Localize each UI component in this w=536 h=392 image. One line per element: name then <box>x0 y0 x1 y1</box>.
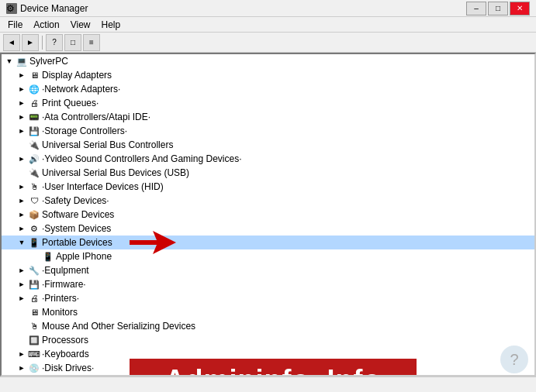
processors-label: Processors <box>42 335 88 346</box>
toolbar-help-button[interactable]: ? <box>46 34 63 51</box>
expand-keyboards[interactable]: ► <box>16 348 28 360</box>
expand-ata[interactable]: ► <box>16 111 28 123</box>
safety-label: ·Safety Devices· <box>42 195 109 206</box>
menu-action[interactable]: Action <box>29 19 64 31</box>
tree-item-hid[interactable]: ► 🖱 ·User Interface Devices (HID) <box>2 180 534 194</box>
firmware-icon: 💾 <box>28 279 40 290</box>
expand-processors[interactable] <box>16 334 28 346</box>
tree-item-display[interactable]: ► 🖥 Display Adapters <box>2 68 534 82</box>
tree-item-usb-devices[interactable]: 🔌 Universal Serial Bus Devices (USB) <box>2 166 534 180</box>
maximize-button[interactable]: □ <box>488 2 508 15</box>
title-bar: ⚙ Device Manager – □ ✕ <box>0 0 536 17</box>
main-content: ▼ 💻 SylverPC ► 🖥 Display Adapters ► 🌐 ·N… <box>0 53 536 377</box>
mouse-label: Mouse And Other Serializing Devices <box>42 321 195 332</box>
expand-print[interactable]: ► <box>16 97 28 109</box>
tree-item-ata[interactable]: ► 📟 ·Ata Controllers/Atapi IDE· <box>2 110 534 124</box>
usb-devices-icon: 🔌 <box>28 167 40 178</box>
display-label: Display Adapters <box>42 70 112 81</box>
tree-item-system[interactable]: ► ⚙ ·System Devices <box>2 222 534 236</box>
expand-root[interactable]: ▼ <box>3 55 16 67</box>
tree-item-sound[interactable]: ► 🔊 ·Yvideo Sound Controllers And Gaming… <box>2 152 534 166</box>
toolbar: ◄ ► ? □ ≡ <box>0 33 536 53</box>
tree-item-print[interactable]: ► 🖨 Print Queues· <box>2 96 534 110</box>
expand-storage[interactable]: ► <box>16 125 28 137</box>
tree-item-dvd[interactable]: ► 💿 ·UnitsDVD CD· <box>2 375 534 377</box>
expand-portable[interactable]: ▼ <box>16 236 28 249</box>
toolbar-back-button[interactable]: ◄ <box>3 34 20 51</box>
menu-view[interactable]: View <box>66 19 95 31</box>
expand-system[interactable]: ► <box>16 222 28 235</box>
system-icon: ⚙ <box>28 223 40 234</box>
close-button[interactable]: ✕ <box>510 2 530 15</box>
menu-file[interactable]: File <box>3 19 27 31</box>
keyboards-label: ·Keyboards <box>42 349 89 359</box>
portable-label: Portable Devices <box>42 237 112 248</box>
ata-icon: 📟 <box>28 112 40 122</box>
expand-monitors[interactable] <box>16 306 28 318</box>
expand-firmware[interactable]: ► <box>16 278 28 291</box>
window-title: Device Manager <box>20 3 88 14</box>
tree-item-printers[interactable]: ► 🖨 ·Printers· <box>2 291 534 305</box>
tree-item-portable[interactable]: ▼ 📱 Portable Devices <box>2 236 534 249</box>
watermark-banner: Admininfo. Info <box>130 359 417 377</box>
title-bar-left: ⚙ Device Manager <box>6 3 88 14</box>
equipment-label: ·Equlpment <box>42 265 89 276</box>
expand-usb-devices[interactable] <box>16 167 28 179</box>
tree-item-software[interactable]: ► 📦 Software Devices <box>2 208 534 222</box>
tree-item-mouse[interactable]: 🖱 Mouse And Other Serializing Devices <box>2 319 534 333</box>
expand-disk[interactable]: ► <box>16 362 28 374</box>
device-tree-panel[interactable]: ▼ 💻 SylverPC ► 🖥 Display Adapters ► 🌐 ·N… <box>0 53 536 377</box>
network-icon: 🌐 <box>28 84 40 95</box>
toolbar-properties-button[interactable]: □ <box>64 34 81 51</box>
toolbar-menu-button[interactable]: ≡ <box>83 34 100 51</box>
disk-label: ·Disk Drives· <box>42 363 94 373</box>
keyboards-icon: ⌨ <box>28 349 40 359</box>
expand-sound[interactable]: ► <box>16 153 28 165</box>
watermark-text: Admininfo. Info <box>165 364 382 377</box>
tree-item-processors[interactable]: 🔲 Processors <box>2 333 534 347</box>
display-icon: 🖥 <box>28 70 40 81</box>
print-icon: 🖨 <box>28 98 40 108</box>
monitors-label: Monitors <box>42 307 78 318</box>
sound-icon: 🔊 <box>28 153 40 164</box>
expand-mouse[interactable] <box>16 320 28 332</box>
iphone-icon: 📱 <box>42 251 54 262</box>
network-label: ·Network Adapters· <box>42 84 120 95</box>
tree-item-storage[interactable]: ► 💾 ·Storage Controllers· <box>2 124 534 138</box>
expand-display[interactable]: ► <box>16 69 28 81</box>
tree-item-usb[interactable]: 🔌 Universal Serial Bus Controllers <box>2 138 534 152</box>
minimize-button[interactable]: – <box>466 2 486 15</box>
printers-label: ·Printers· <box>42 293 79 304</box>
iphone-label: Apple IPhone <box>56 251 112 262</box>
usb-icon: 🔌 <box>28 139 40 150</box>
expand-iphone[interactable] <box>29 250 42 263</box>
tree-item-network[interactable]: ► 🌐 ·Network Adapters· <box>2 82 534 96</box>
expand-hid[interactable]: ► <box>16 181 28 193</box>
expand-usb[interactable] <box>16 139 28 151</box>
expand-dvd[interactable]: ► <box>16 376 28 377</box>
expand-equipment[interactable]: ► <box>16 264 28 277</box>
expand-software[interactable]: ► <box>16 208 28 221</box>
expand-safety[interactable]: ► <box>16 194 28 207</box>
tree-item-firmware[interactable]: ► 💾 ·Firmware· <box>2 277 534 291</box>
safety-icon: 🛡 <box>28 195 40 206</box>
computer-icon: 💻 <box>16 56 28 67</box>
toolbar-separator <box>42 36 43 50</box>
tree-item-iphone[interactable]: 📱 Apple IPhone <box>2 249 534 263</box>
usb-devices-label: Universal Serial Bus Devices (USB) <box>42 167 189 178</box>
tree-item-monitors[interactable]: 🖥 Monitors <box>2 305 534 319</box>
tree-item-safety[interactable]: ► 🛡 ·Safety Devices· <box>2 194 534 208</box>
root-label: SylverPC <box>29 56 68 67</box>
app-icon: ⚙ <box>6 3 17 14</box>
toolbar-forward-button[interactable]: ► <box>22 34 39 51</box>
tree-item-equipment[interactable]: ► 🔧 ·Equlpment <box>2 263 534 277</box>
menu-bar: File Action View Help <box>0 17 536 33</box>
ata-label: ·Ata Controllers/Atapi IDE· <box>42 112 150 122</box>
menu-help[interactable]: Help <box>97 19 126 31</box>
expand-printers[interactable]: ► <box>16 292 28 304</box>
expand-network[interactable]: ► <box>16 83 28 95</box>
software-icon: 📦 <box>28 209 40 220</box>
usb-label: Universal Serial Bus Controllers <box>42 139 173 150</box>
help-icon: ? <box>500 346 528 373</box>
tree-item-root[interactable]: ▼ 💻 SylverPC <box>2 54 534 68</box>
